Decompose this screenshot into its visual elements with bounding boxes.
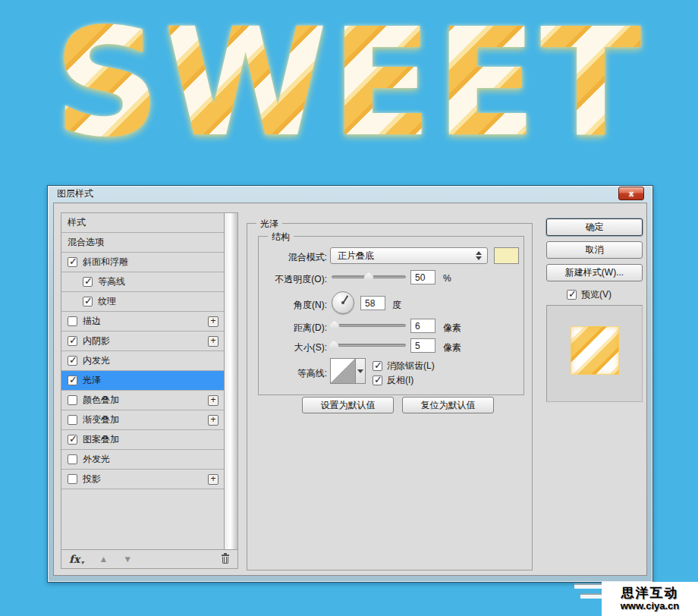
invert-option[interactable]: 反相(I) bbox=[373, 374, 413, 387]
styles-scrollbar[interactable] bbox=[224, 213, 237, 549]
close-button[interactable]: x bbox=[618, 187, 644, 200]
styles-list-item[interactable]: 纹理 bbox=[61, 292, 224, 312]
opacity-label: 不透明度(O): bbox=[259, 273, 327, 286]
distance-value[interactable]: 6 bbox=[410, 319, 435, 333]
styles-list-item[interactable]: 外发光 bbox=[61, 450, 224, 470]
antialias-option[interactable]: 消除锯齿(L) bbox=[373, 360, 435, 372]
style-item-label: 内阴影 bbox=[83, 335, 110, 347]
new-style-button[interactable]: 新建样式(W)... bbox=[546, 264, 643, 281]
add-instance-icon[interactable]: + bbox=[208, 474, 219, 485]
layer-style-dialog: 图层样式 x 样式 混合选项 斜面和浮雕 等高线 纹理 描边 bbox=[47, 185, 653, 583]
move-up-icon[interactable]: ▲ bbox=[99, 555, 108, 564]
add-instance-icon[interactable]: + bbox=[208, 395, 219, 406]
fx-menu-icon[interactable]: fx bbox=[69, 553, 83, 566]
angle-value[interactable]: 58 bbox=[360, 296, 385, 310]
action-column: 确定 取消 新建样式(W)... 预览(V) bbox=[546, 203, 643, 575]
satin-panel: 光泽 结构 混合模式: 正片叠底 不透明度(O): bbox=[247, 223, 533, 570]
style-item-label: 渐变叠加 bbox=[83, 413, 119, 426]
structure-group: 结构 混合模式: 正片叠底 不透明度(O): bbox=[258, 236, 524, 395]
contour-picker[interactable] bbox=[330, 358, 366, 384]
style-item-label: 混合选项 bbox=[68, 236, 104, 249]
style-enabled-checkbox[interactable] bbox=[68, 336, 77, 346]
style-enabled-checkbox[interactable] bbox=[68, 376, 77, 385]
style-enabled-checkbox[interactable] bbox=[68, 257, 77, 267]
antialias-checkbox[interactable] bbox=[373, 361, 382, 371]
style-enabled-checkbox[interactable] bbox=[83, 277, 93, 287]
style-enabled-checkbox[interactable] bbox=[68, 395, 77, 405]
set-default-button[interactable]: 设置为默认值 bbox=[302, 397, 394, 413]
satin-panel-title: 光泽 bbox=[256, 218, 282, 231]
styles-list-item[interactable]: 内阴影 + bbox=[61, 332, 224, 351]
styles-list-item[interactable]: 内发光 bbox=[61, 351, 224, 371]
styles-list-item[interactable]: 颜色叠加 + bbox=[61, 391, 224, 410]
style-enabled-checkbox[interactable] bbox=[68, 454, 77, 464]
blend-mode-value: 正片叠底 bbox=[338, 250, 374, 262]
style-item-label: 斜面和浮雕 bbox=[83, 256, 128, 269]
add-instance-icon[interactable]: + bbox=[208, 336, 219, 347]
structure-group-title: 结构 bbox=[268, 231, 294, 244]
distance-unit: 像素 bbox=[443, 322, 461, 335]
styles-list-item[interactable]: 描边 + bbox=[61, 312, 224, 332]
angle-unit: 度 bbox=[392, 299, 401, 312]
distance-label: 距离(D): bbox=[259, 322, 327, 335]
styles-list-item[interactable]: 光泽 bbox=[61, 371, 224, 391]
opacity-value[interactable]: 50 bbox=[410, 270, 435, 284]
watermark-url: www.ciya.cn bbox=[621, 601, 680, 611]
cancel-button[interactable]: 取消 bbox=[546, 241, 643, 259]
styles-list-item[interactable]: 混合选项 bbox=[61, 233, 224, 253]
reset-default-button[interactable]: 复位为默认值 bbox=[402, 397, 494, 413]
style-item-label: 纹理 bbox=[98, 295, 116, 308]
move-down-icon[interactable]: ▼ bbox=[123, 555, 132, 564]
distance-slider-thumb[interactable] bbox=[330, 321, 339, 330]
style-item-label: 图案叠加 bbox=[83, 433, 119, 446]
size-value[interactable]: 5 bbox=[410, 338, 435, 353]
preview-label: 预览(V) bbox=[581, 288, 612, 301]
styles-list-item[interactable]: 投影 + bbox=[61, 470, 224, 489]
blend-mode-select[interactable]: 正片叠底 bbox=[330, 247, 488, 264]
style-enabled-checkbox[interactable] bbox=[83, 297, 93, 306]
styles-list-item[interactable]: 图案叠加 bbox=[61, 430, 224, 450]
size-slider[interactable] bbox=[332, 340, 406, 350]
styles-list-item[interactable]: 渐变叠加 + bbox=[61, 410, 224, 430]
watermark-stripe bbox=[580, 593, 602, 599]
dialog-body: 样式 混合选项 斜面和浮雕 等高线 纹理 描边 + 内阴影 + 内发光 bbox=[53, 203, 647, 576]
style-item-label: 外发光 bbox=[83, 453, 110, 466]
dialog-title: 图层样式 bbox=[57, 187, 93, 200]
pattern-preview-thumbnail bbox=[571, 326, 619, 375]
invert-label: 反相(I) bbox=[387, 374, 413, 387]
invert-checkbox[interactable] bbox=[373, 376, 382, 385]
opacity-unit: % bbox=[443, 273, 451, 284]
opacity-slider-thumb[interactable] bbox=[364, 272, 373, 281]
style-item-label: 颜色叠加 bbox=[83, 394, 119, 407]
distance-slider[interactable] bbox=[332, 320, 406, 331]
style-enabled-checkbox[interactable] bbox=[68, 435, 77, 445]
size-slider-thumb[interactable] bbox=[329, 341, 338, 350]
satin-color-swatch[interactable] bbox=[494, 247, 519, 264]
preview-checkbox[interactable] bbox=[567, 290, 577, 300]
dialog-titlebar[interactable]: 图层样式 x bbox=[48, 186, 652, 202]
add-instance-icon[interactable]: + bbox=[208, 415, 219, 426]
styles-list-item[interactable]: 等高线 bbox=[61, 272, 224, 292]
style-item-label: 内发光 bbox=[83, 354, 110, 367]
delete-effect-icon[interactable] bbox=[221, 555, 230, 564]
styles-list-item[interactable]: 斜面和浮雕 bbox=[61, 253, 224, 272]
preview-option[interactable]: 预览(V) bbox=[567, 288, 612, 301]
styles-list-item[interactable]: 样式 bbox=[61, 213, 224, 233]
angle-dial[interactable] bbox=[332, 291, 354, 314]
style-enabled-checkbox[interactable] bbox=[68, 474, 77, 484]
style-enabled-checkbox[interactable] bbox=[68, 356, 77, 366]
styled-text-sweet: SWEET bbox=[0, 0, 698, 165]
style-item-label: 描边 bbox=[83, 315, 101, 328]
style-item-label: 投影 bbox=[83, 473, 101, 486]
watermark-brand: 思洋互动 bbox=[621, 586, 679, 601]
ok-button[interactable]: 确定 bbox=[546, 218, 643, 236]
style-item-label: 等高线 bbox=[98, 275, 125, 288]
contour-label: 等高线: bbox=[259, 367, 327, 380]
style-enabled-checkbox[interactable] bbox=[68, 316, 77, 326]
scene: SWEET 图层样式 x 样式 混合选项 斜面和浮雕 等高线 纹理 bbox=[0, 0, 698, 616]
style-enabled-checkbox[interactable] bbox=[68, 415, 77, 425]
add-instance-icon[interactable]: + bbox=[208, 316, 219, 327]
contour-dropdown-icon[interactable] bbox=[356, 358, 366, 384]
preview-panel bbox=[546, 305, 643, 402]
opacity-slider[interactable] bbox=[332, 272, 406, 282]
